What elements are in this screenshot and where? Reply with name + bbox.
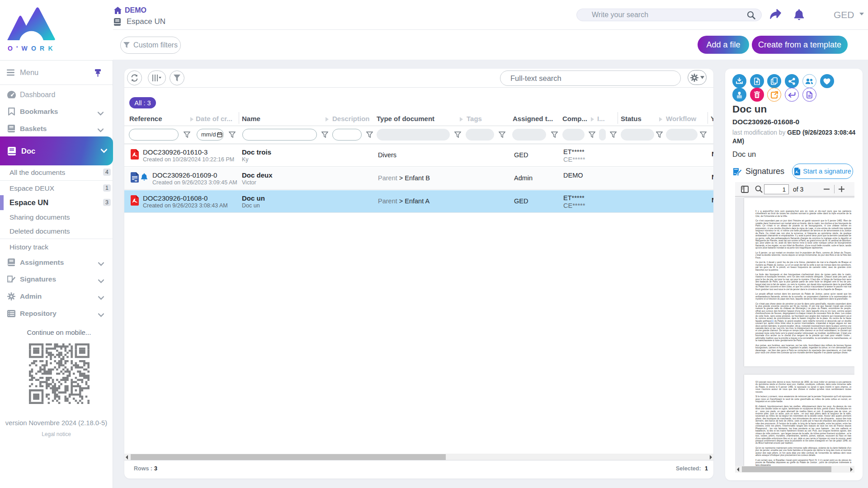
svg-text:O'WORK: O'WORK — [8, 45, 57, 52]
svg-text:w: w — [134, 179, 137, 182]
